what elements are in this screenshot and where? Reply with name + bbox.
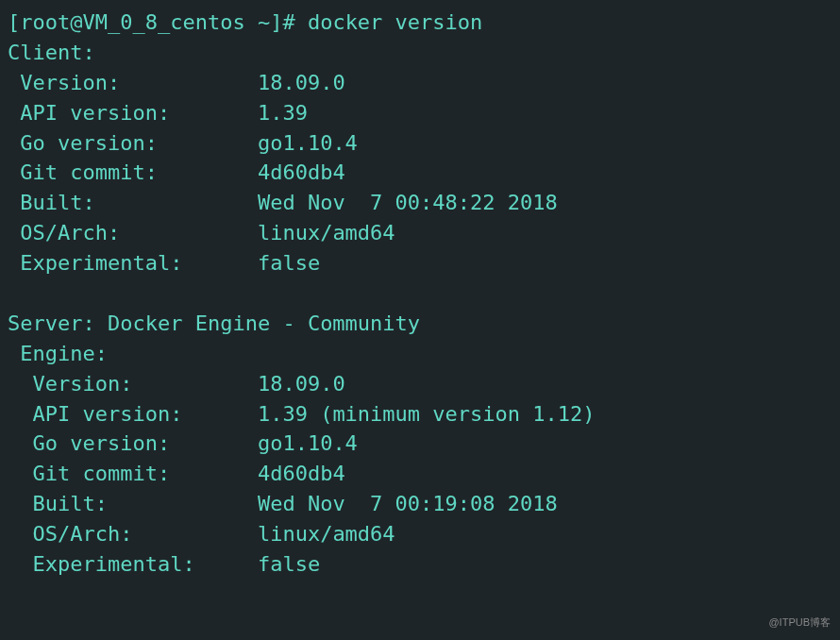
server-os-row: OS/Arch: linux/amd64 <box>8 519 832 549</box>
blank-line <box>8 278 832 309</box>
client-built-value: Wed Nov 7 00:48:22 2018 <box>258 191 558 214</box>
server-exp-row: Experimental: false <box>8 549 832 580</box>
client-version-row: Version: 18.09.0 <box>8 68 832 98</box>
server-git-row: Git commit: 4d60db4 <box>8 459 832 489</box>
client-os-label: OS/Arch: <box>8 221 258 244</box>
command-text: docker version <box>308 10 482 34</box>
client-version-label: Version: <box>8 71 258 94</box>
server-built-label: Built: <box>8 492 258 515</box>
client-os-value: linux/amd64 <box>258 221 395 244</box>
server-version-label: Version: <box>8 372 258 396</box>
server-os-value: linux/amd64 <box>258 522 395 546</box>
engine-header: Engine: <box>8 339 832 369</box>
client-exp-value: false <box>258 251 320 275</box>
client-version-value: 18.09.0 <box>258 71 345 94</box>
client-built-label: Built: <box>8 191 258 214</box>
client-header: Client: <box>8 38 832 68</box>
shell-prompt: [root@VM_0_8_centos ~]# <box>8 10 308 34</box>
server-exp-value: false <box>258 552 320 576</box>
server-exp-label: Experimental: <box>8 552 258 576</box>
client-go-row: Go version: go1.10.4 <box>8 128 832 159</box>
server-go-row: Go version: go1.10.4 <box>8 429 832 459</box>
client-git-row: Git commit: 4d60db4 <box>8 158 832 188</box>
command-line: [root@VM_0_8_centos ~]# docker version <box>8 8 832 38</box>
server-go-label: Go version: <box>8 431 258 455</box>
client-exp-row: Experimental: false <box>8 248 832 278</box>
server-built-row: Built: Wed Nov 7 00:19:08 2018 <box>8 489 832 519</box>
client-git-label: Git commit: <box>8 160 258 184</box>
server-version-row: Version: 18.09.0 <box>8 369 832 399</box>
server-os-label: OS/Arch: <box>8 522 258 546</box>
client-os-row: OS/Arch: linux/amd64 <box>8 218 832 248</box>
server-git-label: Git commit: <box>8 462 258 485</box>
server-api-row: API version: 1.39 (minimum version 1.12) <box>8 399 832 429</box>
client-api-label: API version: <box>8 101 258 125</box>
client-api-value: 1.39 <box>258 101 308 125</box>
client-built-row: Built: Wed Nov 7 00:48:22 2018 <box>8 188 832 218</box>
terminal-output: [root@VM_0_8_centos ~]# docker version C… <box>8 8 832 580</box>
client-git-value: 4d60db4 <box>258 160 345 184</box>
server-git-value: 4d60db4 <box>258 462 345 485</box>
client-api-row: API version: 1.39 <box>8 98 832 128</box>
server-api-value: 1.39 (minimum version 1.12) <box>258 402 596 426</box>
server-version-value: 18.09.0 <box>258 372 345 396</box>
client-go-label: Go version: <box>8 131 258 155</box>
server-header: Server: Docker Engine - Community <box>8 309 832 339</box>
client-go-value: go1.10.4 <box>258 131 358 155</box>
server-built-value: Wed Nov 7 00:19:08 2018 <box>258 492 558 515</box>
server-go-value: go1.10.4 <box>258 431 358 455</box>
server-api-label: API version: <box>8 402 258 426</box>
watermark-text: @ITPUB博客 <box>768 615 831 631</box>
client-exp-label: Experimental: <box>8 251 258 275</box>
